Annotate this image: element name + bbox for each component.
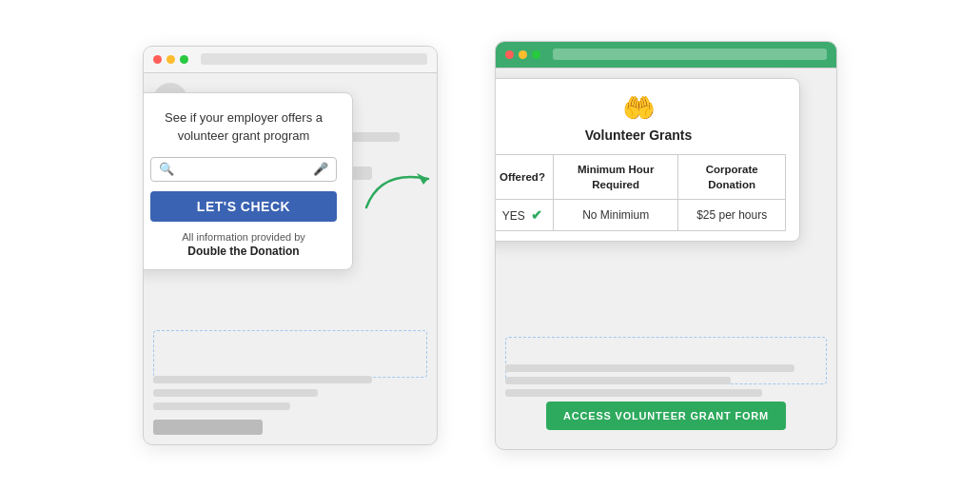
footer-bar-2	[153, 389, 318, 397]
left-browser-window: See if your employer offers a volunteer …	[143, 46, 438, 445]
col-header-donation: Corporate Donation	[678, 154, 786, 199]
right-footer-bar-2	[505, 377, 731, 384]
check-mark-icon: ✔	[531, 207, 542, 223]
grants-header: 🤲 Volunteer Grants	[495, 92, 786, 143]
col-header-hours: Minimum Hour Required	[553, 154, 677, 199]
yes-text: YES	[502, 209, 528, 223]
lets-check-button[interactable]: LET'S CHECK	[150, 191, 337, 222]
col-header-offered: Offered?	[495, 154, 553, 199]
search-input[interactable]	[180, 162, 307, 177]
cell-offered: YES ✔	[495, 199, 553, 230]
cell-donation: $25 per hours	[678, 199, 786, 230]
left-browser-titlebar	[144, 47, 437, 73]
right-footer-bars	[505, 364, 827, 397]
info-text: All information provided by	[150, 231, 337, 243]
cell-minimum: No Minimium	[553, 199, 677, 230]
right-browser-window: 🤲 Volunteer Grants Offered? Minimum Hour…	[495, 41, 837, 450]
grants-table: Offered? Minimum Hour Required Corporate…	[495, 154, 786, 231]
left-footer-bars	[153, 376, 427, 435]
footer-bar-1	[153, 376, 372, 383]
grants-title: Volunteer Grants	[585, 127, 693, 143]
access-volunteer-grant-button[interactable]: ACCESS VOLUNTEER GRANT FORM	[546, 402, 786, 430]
grants-table-row: YES ✔ No Minimium $25 per hours	[495, 199, 786, 230]
dot-yellow	[167, 55, 175, 64]
mic-icon: 🎤	[313, 162, 328, 176]
dot-red-right	[505, 50, 514, 59]
footer-btn-placeholder	[153, 420, 263, 435]
popup-title: See if your employer offers a volunteer …	[150, 108, 337, 146]
dot-green	[180, 55, 188, 64]
dashed-box-left	[153, 330, 427, 378]
main-scene: See if your employer offers a volunteer …	[0, 0, 980, 490]
brand-text: Double the Donation	[150, 245, 337, 258]
search-bar[interactable]: 🔍 🎤	[150, 157, 337, 182]
left-popup-card: See if your employer offers a volunteer …	[143, 92, 353, 270]
grants-popup: 🤲 Volunteer Grants Offered? Minimum Hour…	[495, 78, 800, 242]
url-bar-left	[201, 53, 427, 65]
dot-green-right	[532, 50, 540, 59]
footer-bar-3	[153, 402, 290, 410]
right-footer-bar-1	[505, 364, 794, 372]
globe-icon: 🤲	[622, 92, 656, 124]
dot-red	[153, 55, 162, 64]
dot-yellow-right	[519, 50, 527, 59]
url-bar-right	[553, 49, 827, 60]
right-browser-titlebar	[496, 42, 836, 69]
search-icon: 🔍	[159, 162, 174, 176]
right-footer-bar-3	[505, 389, 762, 397]
left-bottom-content	[153, 326, 427, 378]
